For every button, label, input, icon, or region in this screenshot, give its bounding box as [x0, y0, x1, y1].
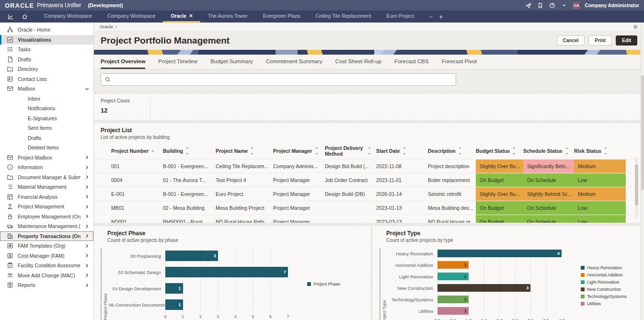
chart-bar[interactable]: 3 [437, 284, 530, 292]
gear-icon[interactable] [632, 24, 638, 30]
chevron-down-icon[interactable] [85, 87, 89, 91]
page-scrollbar-thumb[interactable] [641, 75, 644, 190]
sidebar-item-project-mailbox[interactable]: Project Mailbox [0, 153, 93, 163]
tab-overflow-chevron-icon[interactable] [428, 12, 433, 21]
sidebar-item-move-add-change-mac[interactable]: Move Add Change (MAC) [0, 271, 93, 281]
workspace-tab[interactable]: The Aurora Tower [200, 11, 255, 23]
workspace-tab[interactable]: Company Workspace [100, 11, 163, 23]
sidebar-item-visualizations[interactable]: Visualizations [0, 35, 93, 45]
sidebar-item-contact-lists[interactable]: Contact Lists [0, 74, 93, 84]
sidebar-item-project-management[interactable]: Project Management [0, 202, 93, 212]
sort-icon[interactable] [250, 147, 254, 155]
sidebar-item-directory[interactable]: Directory [0, 64, 93, 74]
workspace-tab[interactable]: Company Workspace [36, 11, 100, 23]
chart-bar[interactable]: 1 [437, 261, 469, 269]
tab-forecast-pivot[interactable]: Forecast Pivot [442, 55, 477, 69]
sidebar-item-drafts[interactable]: Drafts [0, 55, 93, 65]
sidebar-item-property-transactions-org[interactable]: Property Transactions (Org) [0, 231, 93, 241]
sort-icon[interactable] [368, 147, 371, 155]
column-header-project-delivery-method[interactable]: Project Delivery Method [325, 145, 376, 157]
help-caret-icon[interactable] [561, 2, 568, 9]
search-input[interactable] [114, 77, 452, 82]
sidebar-item-financial-analysis[interactable]: Financial Analysis [0, 192, 93, 202]
sidebar-subitem-sent-items[interactable]: Sent Items [0, 123, 93, 133]
report-icon [7, 282, 13, 288]
chart-bar[interactable]: 3 [165, 251, 218, 261]
sidebar-item-fam-templates-org[interactable]: FAM Templates (Org) [0, 241, 93, 251]
sidebar-subitem-drafts[interactable]: Drafts [0, 133, 93, 143]
sidebar-item-oracle-home[interactable]: Oracle - Home [0, 25, 93, 35]
sidebar-item-information[interactable]: Information [0, 162, 93, 172]
sort-icon[interactable] [565, 147, 569, 155]
chart-bar[interactable]: 1 [437, 307, 469, 315]
column-header-description[interactable]: Description [428, 147, 476, 155]
sidebar-item-reports[interactable]: Reports [0, 280, 93, 290]
sort-asc-icon[interactable] [151, 149, 155, 153]
sidebar-item-maintenance-management-org[interactable]: Maintenance Management (Org) [0, 221, 93, 231]
column-header-schedule-status[interactable]: Schedule Status [523, 147, 574, 155]
column-header-risk-status[interactable]: Risk Status [574, 147, 626, 155]
print-button[interactable]: Print [588, 35, 612, 46]
tab-budget-summary[interactable]: Budget Summary [210, 55, 253, 69]
add-tab-button[interactable]: + [439, 13, 443, 21]
workspace-tab[interactable]: Oracle× [163, 11, 200, 23]
table-row[interactable]: 000401 - The Aurora T...Test Project 4Pr… [94, 173, 644, 187]
chart-bar[interactable]: 1 [165, 299, 183, 310]
sidebar-subitem-e-signatures[interactable]: E-Signatures [0, 114, 93, 124]
close-tab-icon[interactable]: × [189, 13, 193, 19]
edit-button[interactable]: Edit [616, 35, 637, 46]
user-name[interactable]: Company Administrator [585, 3, 639, 8]
sidebar-subitem-notifications[interactable]: Notifications [0, 103, 93, 114]
table-cell: B-001 - Evergreen... [163, 160, 216, 173]
workspace-tab[interactable]: Ceiling Tile Replacement [308, 11, 379, 23]
column-header-start-date[interactable]: Start Date [376, 147, 428, 155]
breadcrumb-item[interactable]: Oracle [100, 24, 113, 29]
tab-commitment-summary[interactable]: Commitment Summary [266, 55, 322, 69]
visualizations-shortcut-icon[interactable] [7, 13, 14, 20]
tab-project-timeline[interactable]: Project Timeline [158, 55, 197, 69]
sidebar-item-mailbox[interactable]: Mailbox [0, 84, 93, 94]
chart-bar-zone: 1 [165, 297, 288, 313]
sidebar-item-facility-condition-assessment[interactable]: Facility Condition Assessment [0, 261, 93, 271]
table-scrollbar-thumb[interactable] [635, 164, 638, 206]
column-header-project-number[interactable]: Project Number [111, 148, 163, 154]
sort-icon[interactable] [604, 147, 608, 155]
column-header-project-manager[interactable]: Project Manager [273, 147, 325, 155]
sort-icon[interactable] [512, 147, 516, 155]
sidebar-item-material-management[interactable]: Material Management [0, 182, 93, 192]
sort-icon[interactable] [185, 147, 189, 155]
sidebar-subitem-inbox[interactable]: Inbox [0, 94, 93, 104]
tab-forecast-cbs[interactable]: Forecast CBS [394, 55, 429, 69]
tab-cost-sheet-roll-up[interactable]: Cost Sheet Roll-up [335, 55, 382, 69]
sort-icon[interactable] [402, 147, 406, 155]
sidebar-item-label: Mailbox [18, 86, 35, 91]
avatar[interactable]: CA [573, 2, 580, 9]
cancel-button[interactable]: Cancel [557, 35, 585, 46]
workspace-tab[interactable]: Euro Project [379, 11, 422, 23]
sort-icon[interactable] [315, 147, 319, 155]
sidebar-item-document-manager-submittals[interactable]: Document Manager & Submittals [0, 172, 93, 183]
table-row[interactable]: E-001B-001 - Evergreen...Euro ProjectPro… [94, 187, 644, 201]
table-row[interactable]: 001B-001 - Evergreen...Ceiling Tile Repl… [94, 159, 644, 173]
chart-bar[interactable]: 1 [165, 283, 183, 294]
sidebar-subitem-deleted-items[interactable]: Deleted Items [0, 143, 93, 153]
chart-bar[interactable]: 1 [437, 273, 469, 280]
sort-icon[interactable] [458, 147, 462, 155]
column-header-budget-status[interactable]: Budget Status [476, 147, 523, 155]
help-icon[interactable] [549, 2, 556, 9]
column-header-project-name[interactable]: Project Name [216, 147, 273, 155]
table-row[interactable]: MB0102 - Mesa BuildingMesa Building Proj… [94, 201, 644, 215]
sidebar-item-cost-manager-fam[interactable]: Cost Manager (FAM) [0, 251, 93, 261]
sidebar-item-employee-management-org[interactable]: Employee Management (Org) [0, 212, 93, 222]
chart-bar[interactable]: 7 [165, 267, 288, 277]
sidebar-item-tasks[interactable]: Tasks [0, 45, 93, 55]
table-row[interactable]: ND001RHND001 - Rural ...ND Rural House R… [94, 215, 644, 223]
bookmark-icon[interactable] [537, 2, 544, 9]
chart-bar[interactable]: 1 [437, 296, 469, 303]
announcements-icon[interactable] [525, 2, 532, 9]
home-icon[interactable] [21, 13, 28, 20]
chart-bar[interactable]: 4 [437, 250, 562, 257]
column-header-building[interactable]: Building [163, 147, 216, 155]
workspace-tab[interactable]: Evergreen Plaza [255, 11, 308, 23]
tab-project-overview[interactable]: Project Overview [101, 55, 145, 69]
